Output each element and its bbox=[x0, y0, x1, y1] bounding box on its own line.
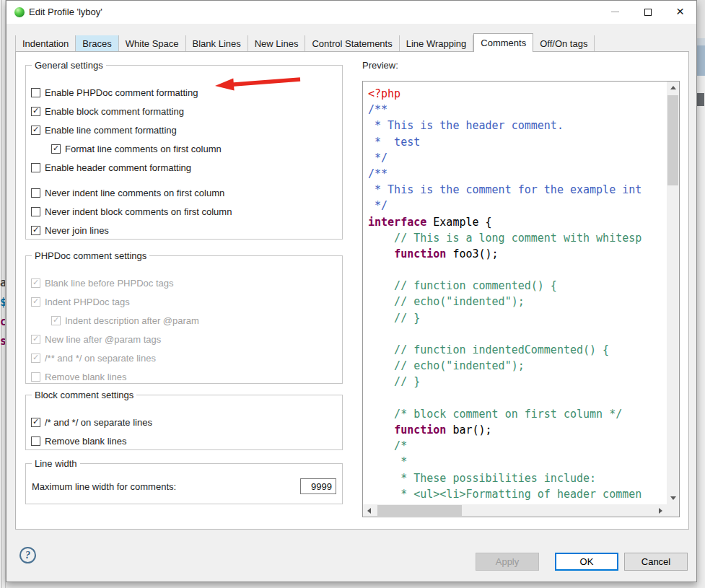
tab-control-statements[interactable]: Control Statements bbox=[305, 35, 399, 51]
setting-row: Never indent block comments on first col… bbox=[31, 202, 336, 221]
tab-comments[interactable]: Comments bbox=[473, 33, 533, 52]
background-band bbox=[697, 0, 705, 38]
checkbox-enable-line-comment-formatting[interactable]: ✓ bbox=[31, 126, 40, 135]
minimize-icon bbox=[611, 12, 619, 12]
checkbox-label: Indent PHPDoc tags bbox=[45, 297, 130, 307]
checkbox-never-indent-block-comments-on-first-column[interactable] bbox=[31, 207, 40, 216]
setting-row: ✓Enable block comment formatting bbox=[31, 102, 336, 120]
checkbox-never-join-lines[interactable]: ✓ bbox=[31, 226, 40, 235]
code-line bbox=[368, 390, 667, 406]
checkbox-enable-header-comment-formatting[interactable] bbox=[31, 163, 40, 172]
checkbox-enable-block-comment-formatting[interactable]: ✓ bbox=[31, 107, 40, 116]
horizontal-scroll-thumb[interactable] bbox=[377, 505, 462, 516]
code-line: /* bbox=[368, 438, 667, 454]
max-line-width-input[interactable] bbox=[300, 478, 336, 494]
app-icon bbox=[14, 7, 25, 17]
group-title: General settings bbox=[32, 60, 106, 71]
check-icon: ✓ bbox=[53, 144, 59, 152]
setting-row: Never indent line comments on first colu… bbox=[31, 183, 336, 202]
checkbox-label: New line after @param tags bbox=[45, 334, 161, 345]
window-controls: × bbox=[599, 1, 696, 23]
tab-new-lines[interactable]: New Lines bbox=[248, 35, 306, 51]
checkbox-format-line-comments-on-first-column[interactable]: ✓ bbox=[51, 144, 61, 154]
preview-code-box[interactable]: <?php/** * This is the header comment. *… bbox=[362, 81, 680, 517]
scroll-right-arrow-icon[interactable] bbox=[654, 504, 667, 517]
check-icon: ✓ bbox=[53, 316, 59, 324]
minimize-button[interactable] bbox=[599, 1, 631, 23]
line-width-row: Maximum line width for comments: bbox=[32, 478, 336, 494]
group-block-comment-settings: Block comment settings ✓/* and */ on sep… bbox=[25, 395, 343, 450]
code-area: <?php/** * This is the header comment. *… bbox=[363, 82, 667, 504]
maximize-icon bbox=[644, 9, 652, 16]
scroll-up-arrow-icon[interactable] bbox=[667, 82, 679, 94]
check-icon: ✓ bbox=[32, 418, 39, 426]
setting-row: ✓Never join lines bbox=[31, 221, 336, 240]
code-line: * test bbox=[368, 134, 667, 150]
check-icon: ✓ bbox=[32, 226, 39, 234]
group-title: Line width bbox=[32, 458, 80, 469]
background-text-fragment: $ bbox=[0, 296, 6, 309]
question-mark-icon: ? bbox=[25, 550, 30, 561]
code-line: * This is the comment for the example in… bbox=[368, 182, 667, 198]
checkbox-enable-phpdoc-comment-formatting[interactable] bbox=[31, 88, 40, 97]
code-line bbox=[368, 262, 667, 278]
checkbox-label: Never indent line comments on first colu… bbox=[45, 188, 224, 198]
close-button[interactable]: × bbox=[664, 1, 696, 23]
code-line: function foo3(); bbox=[368, 246, 667, 262]
ok-button[interactable]: OK bbox=[555, 553, 618, 571]
tab-braces[interactable]: Braces bbox=[76, 35, 118, 51]
setting-row: ✓Indent description after @param bbox=[31, 311, 336, 330]
cancel-button[interactable]: Cancel bbox=[624, 553, 688, 571]
background-scrollbar-fragment bbox=[697, 93, 704, 106]
vertical-scrollbar[interactable] bbox=[667, 82, 679, 504]
checkbox-label: Remove blank lines bbox=[45, 372, 126, 382]
maximize-button[interactable] bbox=[631, 1, 664, 23]
checkbox-label: Enable PHPDoc comment formatting bbox=[45, 87, 198, 98]
check-icon: ✓ bbox=[32, 335, 39, 343]
checkbox-and-on-separate-lines[interactable]: ✓ bbox=[31, 418, 40, 427]
checkbox-remove-blank-lines[interactable] bbox=[31, 436, 40, 446]
scrollbar-corner bbox=[667, 504, 679, 517]
scroll-down-arrow-icon[interactable] bbox=[667, 492, 679, 504]
setting-row: Remove blank lines bbox=[31, 367, 336, 386]
setting-row: ✓Enable line comment formatting bbox=[31, 120, 336, 139]
scroll-left-arrow-icon[interactable] bbox=[363, 504, 375, 517]
code-line: /* block comment on first column */ bbox=[368, 406, 667, 422]
checkbox-label: Indent description after @param bbox=[65, 315, 199, 326]
group-general-settings: General settings Enable PHPDoc comment f… bbox=[25, 65, 343, 240]
checkbox-never-indent-line-comments-on-first-column[interactable] bbox=[31, 188, 40, 198]
tab-strip: IndentationBracesWhite SpaceBlank LinesN… bbox=[15, 32, 595, 51]
code-line: // function indentedCommented() { bbox=[368, 342, 667, 358]
checkbox-blank-line-before-phpdoc-tags: ✓ bbox=[31, 278, 40, 288]
line-width-label: Maximum line width for comments: bbox=[32, 481, 176, 492]
code-line bbox=[368, 326, 667, 342]
code-line: /** bbox=[368, 102, 667, 118]
tab-indentation[interactable]: Indentation bbox=[15, 35, 76, 51]
tab-line-wrapping[interactable]: Line Wrapping bbox=[400, 35, 474, 51]
group-title: PHPDoc comment settings bbox=[32, 250, 149, 261]
checkbox-label: Never join lines bbox=[45, 225, 109, 236]
code-line: function bar(); bbox=[368, 422, 667, 438]
code-line: * These possibilities include: bbox=[368, 470, 667, 486]
check-icon: ✓ bbox=[32, 297, 39, 305]
background-window-edge bbox=[1, 0, 2, 588]
apply-button: Apply bbox=[476, 553, 539, 571]
tab-off-on-tags[interactable]: Off/On tags bbox=[533, 35, 595, 51]
checkbox-indent-description-after-param: ✓ bbox=[51, 316, 61, 325]
preview-label: Preview: bbox=[362, 60, 398, 71]
group-line-width: Line width Maximum line width for commen… bbox=[25, 463, 343, 504]
tab-white-space[interactable]: White Space bbox=[119, 35, 186, 51]
setting-row: ✓New line after @param tags bbox=[31, 330, 336, 348]
edit-profile-dialog: Edit Profile 'lyboy' × IndentationBraces… bbox=[6, 0, 697, 582]
checkbox-and-on-separate-lines: ✓ bbox=[31, 354, 40, 363]
check-icon: ✓ bbox=[32, 354, 39, 361]
horizontal-scrollbar[interactable] bbox=[363, 504, 667, 517]
code-line: // } bbox=[368, 310, 667, 326]
help-button[interactable]: ? bbox=[19, 547, 36, 563]
checkbox-label: Enable block comment formatting bbox=[45, 106, 184, 117]
background-band bbox=[697, 38, 705, 45]
code-line: * <ul><li>Formatting of header commen bbox=[368, 486, 667, 502]
vertical-scroll-thumb[interactable] bbox=[667, 95, 678, 185]
title-bar: Edit Profile 'lyboy' × bbox=[6, 1, 696, 24]
tab-blank-lines[interactable]: Blank Lines bbox=[186, 35, 248, 51]
